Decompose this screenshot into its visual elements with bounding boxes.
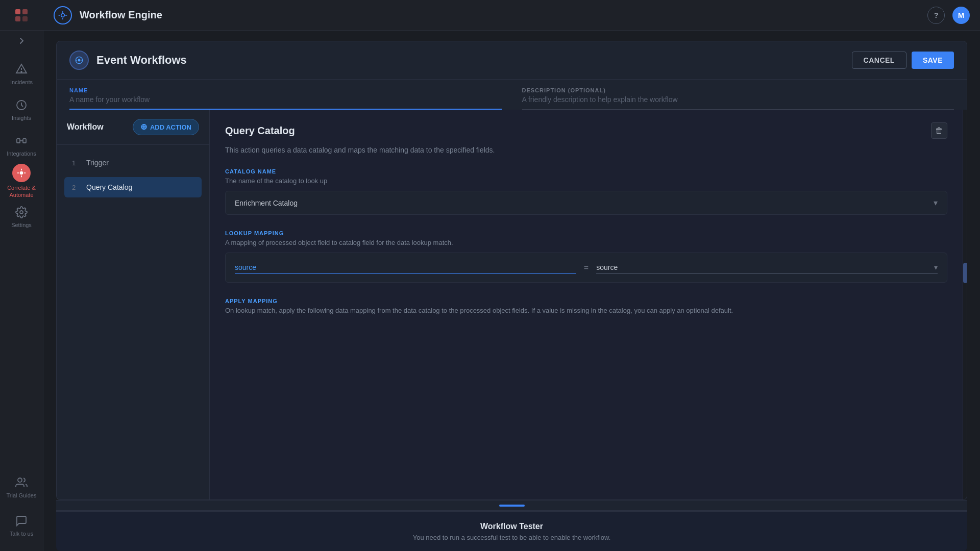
sidebar-item-insights[interactable]: Insights [0,92,43,128]
sidebar-item-correlate[interactable]: Correlate &Automate [0,163,43,199]
catalog-name-label: CATALOG NAME [225,168,947,174]
sidebar-item-settings-label: Settings [11,222,32,229]
mapping-row: = source ▾ [225,253,947,283]
sidebar-bottom: Trial Guides Talk to us [0,469,43,551]
svg-rect-2 [15,16,20,21]
svg-rect-3 [22,16,28,21]
cancel-button[interactable]: CANCEL [852,52,906,69]
lookup-mapping-desc: A mapping of processed object field to c… [225,239,947,246]
page-container: Event Workflows CANCEL SAVE NAME A name … [43,31,980,510]
svg-rect-0 [15,9,20,14]
workflow-panel-header: Workflow ⊕ ADD ACTION [57,110,209,145]
description-field[interactable]: DESCRIPTION (Optional) A friendly descri… [522,87,954,110]
integrations-icon [14,134,29,148]
step-number-1: 1 [72,159,80,167]
action-header: Query Catalog 🗑 [225,122,947,139]
step-number-2: 2 [72,184,80,191]
sidebar-nav: Incidents Insights Integrations [0,51,43,469]
form-fields: NAME A name for your workflow DESCRIPTIO… [56,80,967,110]
talk-to-us-icon [14,514,29,528]
app-logo-icon [13,7,30,23]
tester-title: Workflow Tester [480,522,543,531]
page-actions: CANCEL SAVE [852,52,954,69]
name-field[interactable]: NAME A name for your workflow [69,87,502,110]
source-chevron-icon: ▾ [934,263,938,271]
apply-mapping-desc: On lookup match, apply the following dat… [225,307,947,314]
sidebar-item-insights-label: Insights [12,115,31,121]
apply-mapping-section: APPLY MAPPING On lookup match, apply the… [225,298,947,314]
step-trigger[interactable]: 1 Trigger [64,153,202,173]
add-action-button[interactable]: ⊕ ADD ACTION [133,119,199,135]
svg-point-17 [82,60,83,61]
user-avatar[interactable]: M [952,7,970,24]
app-title: Workflow Engine [80,9,162,21]
action-title: Query Catalog [225,125,295,137]
scroll-divider [499,505,525,507]
svg-rect-7 [17,139,20,143]
help-button[interactable]: ? [927,7,945,24]
catalog-name-desc: The name of the catalog to look up [225,177,947,185]
detail-panel: Query Catalog 🗑 This action queries a da… [210,110,963,499]
incidents-icon [14,62,29,77]
trash-icon: 🗑 [935,126,943,135]
description-label: DESCRIPTION (Optional) [522,87,954,93]
svg-point-5 [21,71,22,72]
svg-point-10 [20,171,23,175]
workflow-main: Workflow ⊕ ADD ACTION 1 Trigger 2 [56,110,967,500]
correlate-icon [12,164,31,182]
sidebar-logo [0,0,43,31]
chevron-down-icon: ▾ [934,198,938,208]
header-right: ? M [927,7,970,24]
svg-point-12 [18,478,22,482]
sidebar-item-trial-guides[interactable]: Trial Guides [0,469,43,505]
main-area: Workflow Engine ? M [43,0,980,551]
sidebar-item-correlate-label: Correlate &Automate [7,185,36,198]
sidebar-item-integrations[interactable]: Integrations [0,128,43,163]
sidebar-item-settings[interactable]: Settings [0,199,43,235]
svg-point-13 [61,13,65,17]
sidebar-item-talk-to-us-label: Talk to us [10,531,33,537]
event-workflows-icon [69,51,89,70]
workflow-panel: Workflow ⊕ ADD ACTION 1 Trigger 2 [57,110,210,499]
delete-button[interactable]: 🗑 [931,122,947,139]
svg-rect-8 [23,139,26,143]
source-right-select[interactable]: source ▾ [596,261,938,274]
workflow-steps: 1 Trigger 2 Query Catalog [57,145,209,205]
page-header: Event Workflows CANCEL SAVE [56,41,967,80]
svg-point-14 [78,59,81,62]
lookup-mapping-label: LOOKUP MAPPING [225,230,947,236]
catalog-name-select[interactable]: Enrichment Catalog ▾ [225,191,947,215]
sidebar-item-incidents[interactable]: Incidents [0,56,43,92]
sidebar-item-integrations-label: Integrations [7,151,36,157]
source-right-value: source [596,263,618,271]
sidebar-toggle[interactable] [0,31,43,51]
svg-point-16 [76,60,77,61]
page-title: Event Workflows [96,54,187,67]
description-placeholder: A friendly description to help explain t… [522,95,954,104]
step-query-catalog-label: Query Catalog [86,183,132,191]
source-left-input[interactable] [235,261,576,274]
tester-desc: You need to run a successful test to be … [413,534,611,541]
page-header-left: Event Workflows [69,51,187,70]
settings-icon [14,205,29,219]
name-label: NAME [69,87,502,93]
sidebar-item-incidents-label: Incidents [10,79,33,86]
apply-mapping-label: APPLY MAPPING [225,298,947,304]
workflow-panel-title: Workflow [67,122,104,132]
lookup-mapping-section: LOOKUP MAPPING A mapping of processed ob… [225,230,947,283]
scrollbar-thumb[interactable] [963,263,967,283]
catalog-name-section: CATALOG NAME The name of the catalog to … [225,168,947,215]
step-query-catalog[interactable]: 2 Query Catalog [64,177,202,197]
sidebar-item-trial-guides-label: Trial Guides [7,492,37,499]
action-description: This action queries a data catalog and m… [225,145,947,156]
top-header: Workflow Engine ? M [43,0,980,31]
workflow-tester: Workflow Tester You need to run a succes… [56,510,967,551]
workflow-engine-icon [54,6,72,24]
equals-sign: = [584,263,589,272]
content-area: Event Workflows CANCEL SAVE NAME A name … [43,31,980,551]
name-placeholder: A name for your workflow [69,95,502,104]
scrollbar-track[interactable] [963,110,967,499]
svg-point-11 [20,211,23,214]
save-button[interactable]: SAVE [912,52,954,69]
sidebar-item-talk-to-us[interactable]: Talk to us [0,508,43,543]
